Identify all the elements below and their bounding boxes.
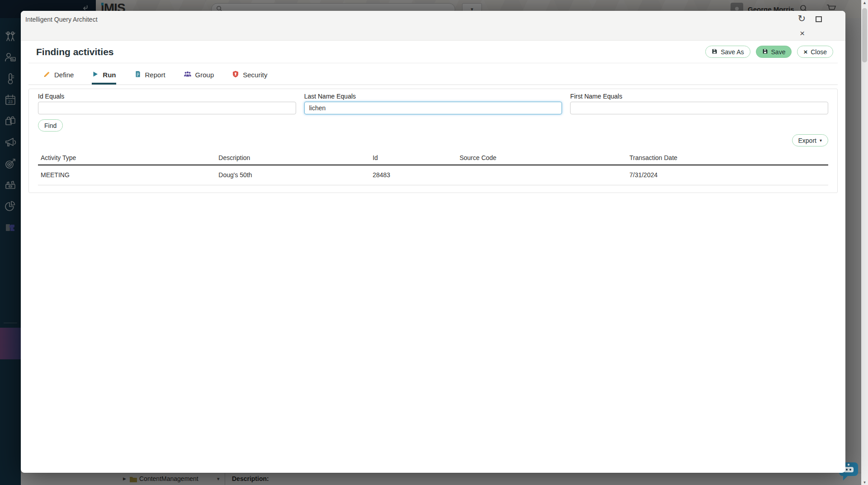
screen: iMIS ▾ George Morris bbox=[0, 0, 868, 485]
results-table: Activity Type Description Id Source Code… bbox=[38, 151, 828, 185]
id-equals-input[interactable] bbox=[38, 102, 296, 114]
tab-security[interactable]: Security bbox=[232, 67, 267, 85]
page-scrollbar[interactable]: ▲ ▾ bbox=[861, 0, 868, 485]
first-name-equals-label: First Name Equals bbox=[570, 93, 828, 100]
refresh-icon[interactable]: ↻ bbox=[797, 14, 806, 24]
group-people-icon bbox=[184, 71, 192, 79]
tab-run[interactable]: Run bbox=[92, 67, 116, 85]
save-as-button[interactable]: Save As bbox=[705, 46, 750, 58]
save-button[interactable]: Save bbox=[756, 46, 792, 58]
scroll-up-icon[interactable]: ▲ bbox=[861, 0, 868, 5]
first-name-equals-input[interactable] bbox=[570, 102, 828, 114]
run-panel: Id Equals Last Name Equals First Name Eq… bbox=[28, 89, 838, 193]
tab-bar: Define Run Report Group bbox=[28, 67, 838, 85]
cell-source-code bbox=[457, 165, 627, 185]
tab-report[interactable]: Report bbox=[134, 67, 165, 85]
col-activity-type[interactable]: Activity Type bbox=[38, 151, 216, 165]
floppy-icon bbox=[762, 48, 768, 56]
floppy-icon bbox=[712, 48, 717, 56]
play-icon bbox=[92, 71, 99, 79]
col-source-code[interactable]: Source Code bbox=[457, 151, 627, 165]
dialog-title: Intelligent Query Architect bbox=[25, 16, 98, 23]
scroll-down-icon[interactable]: ▾ bbox=[861, 480, 868, 485]
export-button[interactable]: Export ▾ bbox=[792, 134, 829, 146]
tab-define[interactable]: Define bbox=[43, 67, 74, 85]
page-title: Finding activities bbox=[36, 47, 114, 57]
header-actions: Save As Save × Close bbox=[705, 46, 833, 58]
table-row[interactable]: MEETING Doug's 50th 28483 7/31/2024 bbox=[38, 165, 828, 185]
chevron-down-icon: ▾ bbox=[820, 138, 822, 143]
col-transaction-date[interactable]: Transaction Date bbox=[627, 151, 828, 165]
scrollbar-thumb[interactable] bbox=[862, 8, 867, 62]
cell-id: 28483 bbox=[370, 165, 457, 185]
col-description[interactable]: Description bbox=[216, 151, 370, 165]
pencil-icon bbox=[43, 71, 51, 80]
maximize-icon[interactable] bbox=[816, 16, 822, 22]
query-architect-dialog: Intelligent Query Architect ↻ × Finding … bbox=[21, 11, 845, 473]
tab-group[interactable]: Group bbox=[184, 67, 214, 85]
last-name-equals-input[interactable] bbox=[304, 102, 562, 114]
dialog-titlebar: Intelligent Query Architect ↻ × bbox=[21, 11, 845, 41]
close-icon: × bbox=[803, 49, 807, 55]
close-button[interactable]: × Close bbox=[797, 46, 833, 58]
report-document-icon bbox=[134, 71, 142, 79]
table-header-row: Activity Type Description Id Source Code… bbox=[38, 151, 828, 165]
cell-transaction-date: 7/31/2024 bbox=[627, 165, 828, 185]
cell-description: Doug's 50th bbox=[216, 165, 370, 185]
last-name-equals-label: Last Name Equals bbox=[304, 93, 562, 100]
id-equals-label: Id Equals bbox=[38, 93, 296, 100]
cell-activity-type: MEETING bbox=[38, 165, 216, 185]
col-id[interactable]: Id bbox=[370, 151, 457, 165]
shield-icon bbox=[232, 71, 239, 79]
dialog-close-icon[interactable]: × bbox=[800, 29, 805, 38]
filter-fields: Id Equals Last Name Equals First Name Eq… bbox=[38, 93, 828, 114]
dialog-header: Finding activities Save As Save × Clos bbox=[28, 41, 838, 63]
find-button[interactable]: Find bbox=[38, 119, 63, 132]
